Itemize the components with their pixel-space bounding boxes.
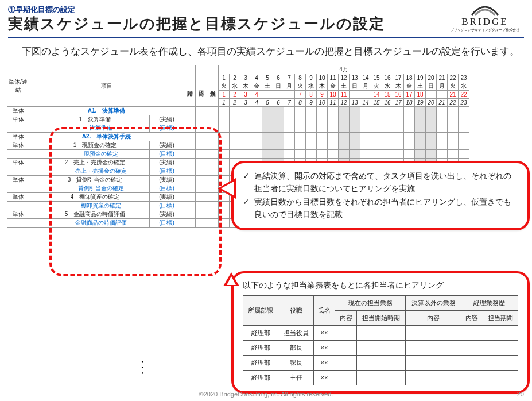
- cell-type: (目標): [150, 219, 184, 228]
- cell: [262, 133, 273, 141]
- day-cell: 土: [262, 82, 273, 91]
- day-cell: -: [426, 91, 437, 99]
- cell: [350, 141, 360, 150]
- cell: [207, 176, 219, 184]
- cell: [284, 141, 295, 150]
- h-hist: 経理業務歴: [461, 295, 518, 310]
- cell: [448, 124, 459, 133]
- cell: [350, 150, 360, 159]
- cell: [437, 141, 448, 150]
- day-cell: 10: [317, 99, 328, 107]
- day-cell: 21: [448, 91, 459, 99]
- day-cell: 8: [306, 91, 317, 99]
- day-cell: 5: [262, 99, 273, 107]
- cell: [273, 133, 284, 141]
- cell: [328, 107, 339, 115]
- cell: [207, 193, 219, 202]
- day-cell: 20: [426, 74, 437, 82]
- cell: [196, 210, 207, 219]
- day-cell: 13: [350, 74, 360, 82]
- cell: [295, 124, 306, 133]
- day-cell: 7: [295, 91, 306, 99]
- cell: [251, 141, 262, 150]
- cell: [404, 133, 415, 141]
- cell-item: 貸倒引当金の確定: [29, 184, 150, 193]
- h-name: 氏名: [313, 295, 335, 325]
- day-cell: 金: [404, 82, 415, 91]
- cell: [328, 150, 339, 159]
- cell: [360, 124, 371, 133]
- cell: [251, 150, 262, 159]
- cell: [437, 107, 448, 115]
- cell: [459, 115, 469, 124]
- cell: [196, 107, 207, 115]
- cell-unit: [7, 124, 29, 133]
- cell: [230, 141, 240, 150]
- day-cell: 日: [350, 82, 360, 91]
- cell: [262, 124, 273, 133]
- cell: [306, 107, 317, 115]
- col-unit: 単体/連結: [7, 65, 29, 107]
- cell-type: (目標): [150, 202, 184, 210]
- cell-item: A1. 決算準備: [29, 107, 184, 115]
- cell: [219, 202, 230, 210]
- cell: [207, 159, 219, 167]
- callout-2-lead: 以下のような担当業務表をもとに各担当者にヒアリング: [243, 279, 518, 292]
- cell-item: 3 貸倒引当金の確定: [29, 176, 150, 184]
- cell: [461, 370, 483, 385]
- day-cell: -: [284, 91, 295, 99]
- cell: [207, 202, 219, 210]
- cell: [207, 141, 219, 150]
- col-item: 項目: [29, 65, 184, 107]
- cell: [219, 219, 230, 228]
- cell: [426, 107, 437, 115]
- cell: [207, 219, 219, 228]
- day-cell: 11: [328, 74, 339, 82]
- cell: [339, 107, 350, 115]
- table-row: 単体 1 決算準備(実績): [7, 115, 469, 124]
- cell: ××: [313, 325, 335, 340]
- cell: [262, 107, 273, 115]
- cell: [371, 141, 382, 150]
- cell-type: (目標): [150, 167, 184, 176]
- callout-arrow-icon: [223, 272, 239, 286]
- cell: [483, 355, 518, 370]
- cell: [196, 176, 207, 184]
- cell: 経理部: [243, 355, 278, 370]
- cell: [184, 167, 196, 176]
- cell: [306, 133, 317, 141]
- day-cell: 15: [371, 99, 382, 107]
- cell: [461, 355, 483, 370]
- table-row: 経理部部長××: [243, 340, 518, 355]
- cell: [207, 150, 219, 159]
- day-cell: 日: [273, 82, 284, 91]
- cell: [404, 107, 415, 115]
- cell: 主任: [278, 370, 313, 385]
- cell: [207, 124, 219, 133]
- cell: [295, 115, 306, 124]
- cell-unit: 単体: [7, 133, 29, 141]
- cell: [284, 107, 295, 115]
- cell: [350, 124, 360, 133]
- cell-item: A2. 単体決算手続: [29, 133, 184, 141]
- cell: [371, 124, 382, 133]
- cell: [240, 141, 251, 150]
- cell: [196, 202, 207, 210]
- cell: [273, 150, 284, 159]
- day-cell: 21: [437, 99, 448, 107]
- cell: [483, 325, 518, 340]
- cell: [240, 133, 251, 141]
- cell: [240, 115, 251, 124]
- cell: [295, 150, 306, 159]
- cell-unit: [7, 219, 29, 228]
- cell: [196, 124, 207, 133]
- cell: [404, 150, 415, 159]
- day-cell: 20: [426, 99, 437, 107]
- day-cell: 4: [251, 99, 262, 107]
- day-cell: 17: [404, 91, 415, 99]
- day-cell: 2: [230, 91, 240, 99]
- cell: [306, 124, 317, 133]
- day-cell: 18: [415, 91, 426, 99]
- cell: [393, 115, 404, 124]
- day-cell: 7: [284, 74, 295, 82]
